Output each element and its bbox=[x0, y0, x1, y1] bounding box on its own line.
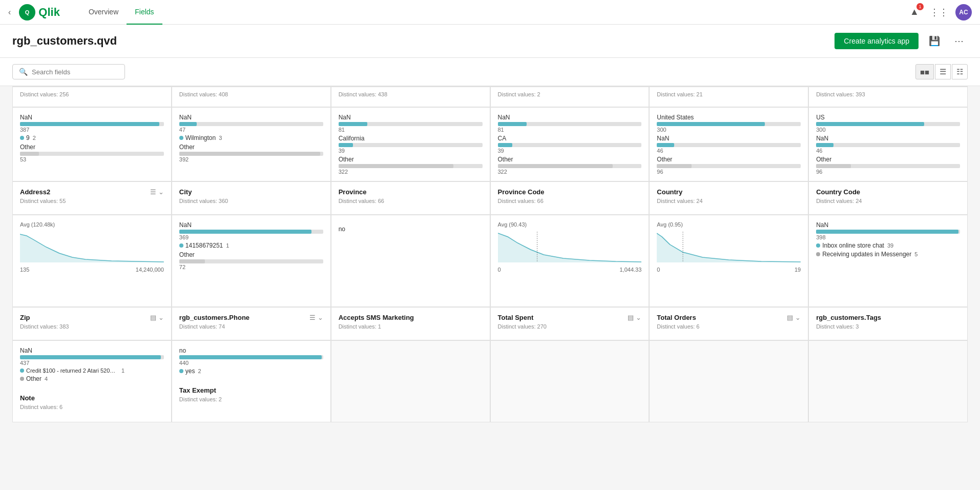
tax-distinct: Distinct values: 2 bbox=[179, 396, 323, 402]
sort-icon-address2[interactable]: ☰ bbox=[150, 188, 156, 196]
nan-bar-fill-4 bbox=[498, 122, 527, 126]
chevron-total-orders[interactable]: ⌄ bbox=[795, 314, 801, 321]
country-distinct: Distinct values: 24 bbox=[657, 198, 801, 204]
tax-no-fill bbox=[179, 355, 322, 359]
phone-card-header: rgb_customers.Phone ☰ ⌄ bbox=[179, 314, 323, 321]
province-header: Province Distinct values: 66 bbox=[331, 181, 490, 215]
chart-icon-total-spent[interactable]: ▤ bbox=[628, 314, 634, 321]
empty-card-2 bbox=[490, 340, 650, 422]
city-distinct: Distinct values: 360 bbox=[179, 198, 323, 204]
val-9-count: 2 bbox=[33, 135, 36, 141]
tax-no-label: no bbox=[179, 347, 323, 354]
apps-button[interactable]: ⋮⋮ bbox=[931, 4, 947, 21]
tags-chart-card: NaN 398 Inbox online store chat 39 Recei… bbox=[808, 215, 968, 307]
nav-overview[interactable]: Overview bbox=[80, 0, 127, 25]
other-label-5: Other bbox=[657, 156, 801, 163]
wilmington-row: Wilmington 3 bbox=[179, 134, 323, 141]
numeric-row: Avg (120.48k) 135 14,240,000 NaN 369 141… bbox=[12, 215, 968, 307]
main-nav: Overview Fields bbox=[80, 0, 162, 25]
province-code-card-header: Province Code bbox=[498, 188, 642, 196]
nav-fields[interactable]: Fields bbox=[127, 0, 162, 25]
back-button[interactable]: ‹ bbox=[8, 8, 11, 17]
total-spent-distinct: Distinct values: 270 bbox=[498, 323, 642, 330]
province-code-name: Province Code bbox=[498, 188, 545, 196]
ca-track bbox=[498, 143, 642, 147]
total-spent-actions[interactable]: ▤ ⌄ bbox=[628, 314, 641, 321]
tags-inbox-label: Inbox online store chat bbox=[822, 242, 884, 249]
ca-label: CA bbox=[498, 135, 642, 142]
note-nan-track bbox=[20, 355, 164, 359]
user-avatar[interactable]: AC bbox=[955, 4, 972, 21]
us-count: 300 bbox=[657, 127, 801, 133]
phone-actions[interactable]: ☰ ⌄ bbox=[309, 314, 323, 321]
total-spent-header: Total Spent ▤ ⌄ Distinct values: 270 bbox=[490, 307, 650, 340]
chart-icon-total-orders[interactable]: ▤ bbox=[787, 314, 793, 321]
total-orders-distinct: Distinct values: 6 bbox=[657, 323, 801, 330]
chevron-phone[interactable]: ⌄ bbox=[318, 314, 323, 321]
tags-card-header: rgb_customers.Tags bbox=[816, 314, 960, 321]
total-orders-actions[interactable]: ▤ ⌄ bbox=[787, 314, 801, 321]
empty-card-1 bbox=[331, 340, 490, 422]
nan-label-4: NaN bbox=[498, 114, 642, 121]
address2-name: Address2 bbox=[20, 188, 50, 196]
dot-tax-yes bbox=[179, 369, 183, 373]
field-card-top-6: Distinct values: 393 bbox=[808, 87, 968, 107]
logo-icon: Q bbox=[19, 4, 35, 21]
nan-bar-fill-5 bbox=[657, 143, 674, 147]
search-input[interactable] bbox=[32, 68, 118, 76]
empty-card-3 bbox=[649, 340, 808, 422]
dot-credit bbox=[20, 369, 24, 373]
qlik-logo-svg: Q bbox=[22, 7, 32, 17]
zip-min: 135 bbox=[20, 267, 29, 273]
svg-marker-5 bbox=[657, 233, 801, 262]
note-nan-count: 437 bbox=[20, 360, 164, 366]
nan-bar-track-2 bbox=[179, 122, 323, 126]
phone-nan-label: NaN bbox=[179, 221, 323, 229]
nan-count-3: 81 bbox=[339, 127, 483, 133]
country-code-header: Country Code Distinct values: 24 bbox=[808, 181, 968, 215]
phone-other-label: Other bbox=[179, 251, 323, 258]
note-other-count: 4 bbox=[45, 376, 48, 382]
chevron-total-spent[interactable]: ⌄ bbox=[636, 314, 641, 321]
chevron-zip[interactable]: ⌄ bbox=[158, 314, 164, 321]
grid-view-button[interactable]: ■■ bbox=[915, 64, 934, 79]
more-options-button[interactable]: ⋯ bbox=[950, 33, 968, 49]
chevron-address2[interactable]: ⌄ bbox=[158, 188, 164, 196]
other-count-6: 96 bbox=[816, 169, 960, 175]
city-card-header: City bbox=[179, 188, 323, 196]
tags-messenger-row: Receiving updates in Messenger 5 bbox=[816, 251, 960, 258]
tax-exempt-name: Tax Exempt bbox=[179, 386, 216, 394]
table-view-button[interactable]: ☷ bbox=[952, 64, 968, 79]
address2-distinct: Distinct values: 55 bbox=[20, 198, 164, 204]
province-code-distinct: Distinct values: 66 bbox=[498, 198, 642, 204]
field-card-top-3: Distinct values: 438 bbox=[331, 87, 490, 107]
app-header: ‹ Q Qlik Overview Fields ▲ 1 ⋮⋮ AC bbox=[0, 0, 980, 25]
field-card-top-1: Distinct values: 256 bbox=[12, 87, 172, 107]
tax-no-track bbox=[179, 355, 323, 359]
sort-icon-phone[interactable]: ☰ bbox=[309, 314, 316, 321]
total-spent-range: 0 1,044.33 bbox=[498, 267, 642, 273]
other-track-3 bbox=[339, 164, 483, 168]
field-headers-row: Address2 ☰ ⌄ Distinct values: 55 City Di… bbox=[12, 181, 968, 215]
field-card-top-5: Distinct values: 21 bbox=[649, 87, 808, 107]
create-analytics-button[interactable]: Create analytics app bbox=[835, 33, 919, 49]
other-count-4: 322 bbox=[498, 169, 642, 175]
address2-actions[interactable]: ☰ ⌄ bbox=[150, 188, 164, 196]
total-orders-avg: Avg (0.95) bbox=[657, 221, 801, 228]
page-title: rgb_customers.qvd bbox=[12, 34, 117, 48]
other-count-1: 53 bbox=[20, 156, 164, 162]
dot-wilmington bbox=[179, 136, 183, 140]
save-button[interactable]: 💾 bbox=[925, 33, 944, 49]
nan-bar-fill-3 bbox=[339, 122, 367, 126]
zip-actions[interactable]: ▤ ⌄ bbox=[150, 314, 164, 321]
search-box[interactable]: 🔍 bbox=[12, 64, 125, 79]
sms-chart-card: no bbox=[331, 215, 490, 307]
california-label: California bbox=[339, 135, 483, 142]
notification-button[interactable]: ▲ 1 bbox=[906, 4, 923, 21]
us-code-count: 300 bbox=[816, 127, 960, 133]
list-view-button[interactable]: ☰ bbox=[935, 64, 951, 79]
chart-icon-zip[interactable]: ▤ bbox=[150, 314, 156, 321]
search-icon: 🔍 bbox=[19, 68, 28, 76]
california-fill bbox=[339, 143, 353, 147]
country-name: Country bbox=[657, 188, 682, 196]
